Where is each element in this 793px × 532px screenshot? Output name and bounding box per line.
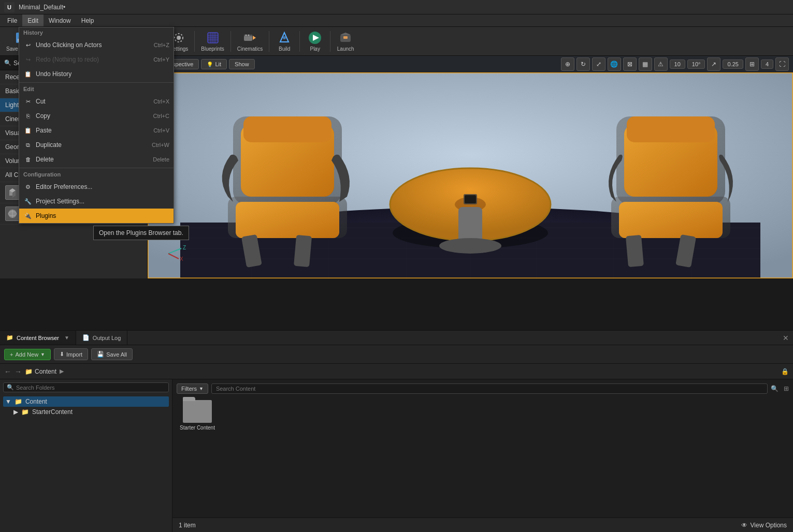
path-back-arrow[interactable]: ←	[4, 367, 11, 376]
menu-file[interactable]: File	[2, 14, 22, 26]
cut-label: Cut	[36, 98, 143, 105]
add-new-label: Add New	[15, 351, 38, 358]
menu-help[interactable]: Help	[76, 14, 99, 26]
world-icon-btn[interactable]: 🌐	[608, 57, 621, 71]
duplicate-item[interactable]: ⧉ Duplicate Ctrl+W	[19, 138, 174, 152]
browser-path: ← → 📁 Content ▶ 🔒	[0, 364, 793, 379]
folder-search-input[interactable]	[16, 385, 165, 391]
duplicate-label: Duplicate	[36, 141, 141, 149]
delete-icon: 🗑	[23, 155, 33, 164]
play-button[interactable]: Play	[302, 28, 328, 55]
svg-rect-64	[243, 116, 331, 142]
svg-point-29	[248, 35, 250, 36]
add-new-button[interactable]: + Add New ▼	[4, 349, 51, 360]
blueprints-icon	[206, 31, 220, 45]
add-new-icon: +	[10, 351, 13, 358]
undo-history-item[interactable]: 📋 Undo History	[19, 67, 174, 81]
content-browser-tab-icon: 📁	[6, 334, 13, 341]
bottom-panel: 📁 Content Browser ▼ 📄 Output Log ✕ + Add…	[0, 330, 793, 532]
delete-item[interactable]: 🗑 Delete Delete	[19, 152, 174, 167]
caution-icon-btn[interactable]: ⚠	[654, 57, 668, 71]
add-new-arrow: ▼	[40, 352, 45, 357]
view-options[interactable]: 👁 View Options	[741, 522, 787, 529]
tab-dropdown-arrow[interactable]: ▼	[64, 335, 69, 341]
output-log-tab[interactable]: 📄 Output Log	[76, 331, 127, 345]
svg-rect-36	[343, 36, 348, 39]
maximize-icon-btn[interactable]: ⛶	[775, 57, 789, 71]
plugins-label: Plugins	[36, 212, 169, 219]
project-settings-item[interactable]: 🔧 Project Settings...	[19, 194, 174, 209]
path-expand-icon[interactable]: ▶	[60, 368, 64, 375]
blueprints-button[interactable]: Blueprints	[197, 28, 228, 55]
svg-rect-69	[294, 235, 312, 267]
undo-item[interactable]: ↩ Undo Clicking on Actors Ctrl+Z	[19, 38, 174, 52]
rotate-icon-btn[interactable]: ↻	[576, 57, 590, 71]
transform-icon-btn[interactable]: ⊕	[561, 57, 574, 71]
tab-controls: ✕	[783, 334, 793, 342]
cinematics-button[interactable]: Cinematics	[233, 28, 267, 55]
folder-search[interactable]: 🔍	[3, 382, 169, 392]
menu-window[interactable]: Window	[44, 14, 76, 26]
show-button[interactable]: Show	[229, 59, 255, 69]
build-icon	[277, 31, 292, 45]
redo-item[interactable]: ↪ Redo (Nothing to redo) Ctrl+Y	[19, 52, 174, 67]
content-view-icon[interactable]: ⊞	[784, 385, 789, 392]
scene-svg: Z X	[148, 72, 793, 278]
paste-item[interactable]: 📋 Paste Ctrl+V	[19, 123, 174, 138]
folder-content-item[interactable]: ▼ 📁 Content	[3, 396, 169, 407]
undo-icon: ↩	[23, 40, 33, 50]
delete-label: Delete	[36, 156, 142, 163]
content-area: Filters ▼ 🔍 ⊞ Starter Content	[172, 379, 793, 532]
toolbar-sep-7	[269, 31, 269, 52]
tab-close-icon[interactable]: ✕	[783, 334, 789, 342]
copy-item[interactable]: ⎘ Copy Ctrl+C	[19, 109, 174, 123]
toolbar-sep-6	[230, 31, 231, 52]
path-content-segment: 📁 Content	[25, 368, 56, 375]
grid-size-value: 10	[670, 60, 685, 69]
menu-edit[interactable]: Edit	[22, 14, 44, 26]
svg-rect-67	[236, 202, 339, 238]
bottom-tabs: 📁 Content Browser ▼ 📄 Output Log ✕	[0, 331, 793, 345]
cut-item[interactable]: ✂ Cut Ctrl+X	[19, 94, 174, 109]
svg-rect-76	[619, 202, 723, 238]
plugins-item[interactable]: 🔌 Plugins	[19, 209, 174, 223]
starter-content-folder[interactable]: Starter Content	[177, 398, 218, 433]
editor-prefs-item[interactable]: ⚙ Editor Preferences...	[19, 180, 174, 194]
import-button[interactable]: ⬇ Import	[54, 348, 88, 360]
undo-history-label: Undo History	[36, 70, 169, 78]
paste-shortcut: Ctrl+V	[153, 127, 169, 134]
starter-content-folder-icon	[183, 400, 212, 423]
save-all-button[interactable]: 💾 Save All	[91, 348, 133, 360]
viewport-scene: Z X	[148, 72, 793, 278]
path-forward-arrow[interactable]: →	[15, 367, 22, 376]
grid-icon-btn[interactable]: ▦	[639, 57, 652, 71]
surface-icon-btn[interactable]: ⊠	[623, 57, 637, 71]
content-grid: Starter Content	[177, 398, 789, 433]
launch-icon	[338, 31, 353, 45]
svg-rect-77	[626, 235, 644, 267]
content-search[interactable]	[211, 383, 768, 394]
paste-label: Paste	[36, 127, 143, 134]
grid2-icon-btn[interactable]: ⊞	[745, 57, 759, 71]
scale-icon-btn[interactable]: ⤢	[592, 57, 605, 71]
lit-button[interactable]: 💡 Lit	[201, 59, 227, 69]
build-button[interactable]: Build	[271, 28, 297, 55]
svg-rect-86	[465, 195, 476, 203]
view-options-label: View Options	[751, 522, 787, 529]
svg-point-84	[439, 238, 501, 254]
toolbar-sep-5	[194, 31, 195, 52]
svg-point-28	[246, 35, 247, 36]
folder-starter-item[interactable]: ▶ 📁 StarterContent	[3, 407, 169, 417]
folder-expand-icon: ▼	[5, 398, 11, 405]
launch-button[interactable]: Launch	[333, 28, 358, 55]
save-all-label: Save All	[106, 351, 127, 358]
cinematics-label: Cinematics	[237, 46, 263, 52]
content-search-input[interactable]	[216, 386, 763, 392]
content-browser-tab[interactable]: 📁 Content Browser ▼	[0, 331, 76, 345]
starter-content-folder-name: Starter Content	[180, 425, 215, 431]
filters-button[interactable]: Filters ▼	[177, 383, 208, 394]
output-log-label: Output Log	[93, 335, 121, 341]
arrow-icon-btn[interactable]: ↗	[707, 57, 720, 71]
svg-text:Z: Z	[183, 245, 186, 250]
content-search-icon[interactable]: 🔍	[771, 385, 778, 392]
